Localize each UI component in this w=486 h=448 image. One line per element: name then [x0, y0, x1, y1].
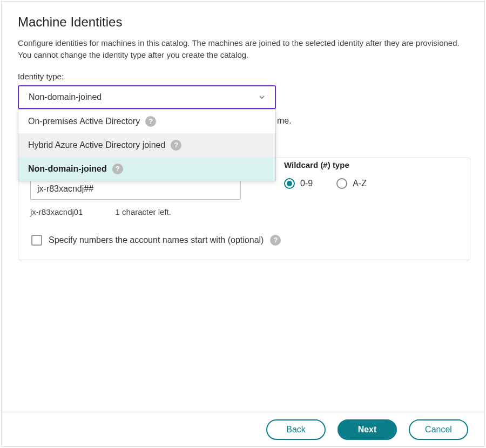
- back-button[interactable]: Back: [266, 419, 326, 440]
- dropdown-option-ad[interactable]: On-premises Active Directory ?: [18, 110, 275, 133]
- dialog-content: Machine Identities Configure identities …: [2, 2, 484, 409]
- page-title: Machine Identities: [18, 15, 468, 30]
- naming-scheme-input[interactable]: [30, 178, 241, 200]
- radio-label: A-Z: [353, 179, 367, 188]
- wildcard-radio-0-9[interactable]: 0-9: [284, 178, 313, 189]
- identity-type-label: Identity type:: [18, 72, 468, 81]
- wildcard-type-label: Wildcard (#) type: [284, 160, 367, 169]
- next-button[interactable]: Next: [338, 419, 397, 440]
- dialog-footer: Back Next Cancel: [2, 412, 484, 446]
- help-icon[interactable]: ?: [145, 116, 156, 127]
- identity-type-selected-value: Non-domain-joined: [29, 92, 102, 102]
- obscured-text-fragment: me.: [277, 116, 292, 126]
- radio-label: 0-9: [300, 179, 313, 188]
- identity-type-select-wrap: Non-domain-joined On-premises Active Dir…: [18, 85, 276, 109]
- cancel-button[interactable]: Cancel: [409, 419, 468, 440]
- machine-identities-dialog: Machine Identities Configure identities …: [1, 1, 485, 447]
- identity-type-select[interactable]: Non-domain-joined: [18, 85, 276, 109]
- characters-left: 1 character left.: [116, 207, 171, 216]
- radio-icon: [336, 178, 347, 189]
- radio-icon: [284, 178, 295, 189]
- wildcard-radio-a-z[interactable]: A-Z: [336, 178, 367, 189]
- help-icon[interactable]: ?: [112, 164, 123, 174]
- checkbox-label: Specify numbers the account names start …: [49, 235, 264, 245]
- identity-type-dropdown: On-premises Active Directory ? Hybrid Az…: [18, 109, 276, 181]
- help-icon[interactable]: ?: [270, 235, 281, 246]
- chevron-down-icon: [258, 92, 267, 102]
- specify-start-numbers-row: Specify numbers the account names start …: [31, 235, 458, 246]
- dropdown-option-hybrid[interactable]: Hybrid Azure Active Directory joined ?: [18, 133, 275, 157]
- dropdown-option-label: Hybrid Azure Active Directory joined: [28, 140, 165, 150]
- naming-preview: jx-r83xacndj01: [30, 207, 83, 216]
- specify-start-numbers-checkbox[interactable]: [31, 235, 42, 246]
- page-description: Configure identities for machines in thi…: [18, 37, 468, 61]
- dropdown-option-label: On-premises Active Directory: [28, 117, 140, 126]
- dropdown-option-label: Non-domain-joined: [28, 164, 107, 174]
- help-icon[interactable]: ?: [171, 140, 181, 151]
- dropdown-option-non-domain[interactable]: Non-domain-joined ?: [18, 157, 275, 181]
